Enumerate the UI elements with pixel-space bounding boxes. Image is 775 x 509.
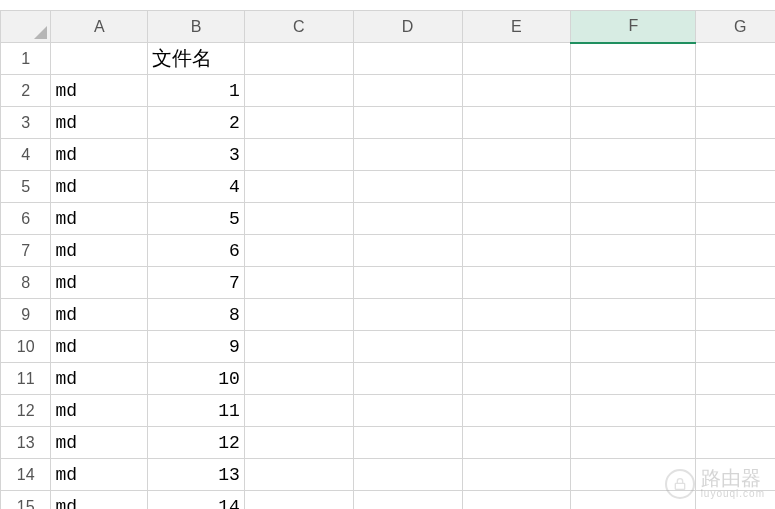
cell-B11[interactable]: 10 — [148, 363, 245, 395]
cell-empty[interactable] — [696, 363, 775, 395]
column-header-A[interactable]: A — [51, 11, 148, 43]
cell-empty[interactable] — [696, 395, 775, 427]
cell-empty[interactable] — [696, 235, 775, 267]
cell-empty[interactable] — [696, 299, 775, 331]
cell-empty[interactable] — [353, 75, 462, 107]
cell-empty[interactable] — [571, 267, 696, 299]
cell-empty[interactable] — [244, 171, 353, 203]
cell-empty[interactable] — [244, 299, 353, 331]
cell-empty[interactable] — [462, 459, 571, 491]
cell-empty[interactable] — [571, 395, 696, 427]
cell-empty[interactable] — [244, 331, 353, 363]
cell-empty[interactable] — [462, 267, 571, 299]
cell-empty[interactable] — [462, 75, 571, 107]
cell-empty[interactable] — [353, 139, 462, 171]
cell-empty[interactable] — [696, 139, 775, 171]
cell-empty[interactable] — [353, 235, 462, 267]
cell-empty[interactable] — [353, 427, 462, 459]
row-header[interactable]: 14 — [1, 459, 51, 491]
cell-A12[interactable]: md — [51, 395, 148, 427]
cell-empty[interactable] — [696, 75, 775, 107]
cell-empty[interactable] — [696, 267, 775, 299]
column-header-G[interactable]: G — [696, 11, 775, 43]
cell-empty[interactable] — [353, 459, 462, 491]
select-all-corner[interactable] — [1, 11, 51, 43]
row-header[interactable]: 11 — [1, 363, 51, 395]
cell-empty[interactable] — [696, 107, 775, 139]
cell-empty[interactable] — [244, 395, 353, 427]
cell-empty[interactable] — [353, 171, 462, 203]
cell-empty[interactable] — [244, 235, 353, 267]
cell-empty[interactable] — [244, 43, 353, 75]
cell-empty[interactable] — [696, 43, 775, 75]
cell-empty[interactable] — [571, 171, 696, 203]
cell-B5[interactable]: 4 — [148, 171, 245, 203]
cell-empty[interactable] — [353, 107, 462, 139]
column-header-D[interactable]: D — [353, 11, 462, 43]
cell-A13[interactable]: md — [51, 427, 148, 459]
row-header[interactable]: 3 — [1, 107, 51, 139]
cell-empty[interactable] — [244, 203, 353, 235]
cell-empty[interactable] — [571, 43, 696, 75]
cell-empty[interactable] — [571, 299, 696, 331]
cell-B4[interactable]: 3 — [148, 139, 245, 171]
cell-empty[interactable] — [244, 363, 353, 395]
cell-A14[interactable]: md — [51, 459, 148, 491]
cell-empty[interactable] — [462, 395, 571, 427]
column-header-B[interactable]: B — [148, 11, 245, 43]
cell-B6[interactable]: 5 — [148, 203, 245, 235]
column-header-F[interactable]: F — [571, 11, 696, 43]
cell-empty[interactable] — [462, 363, 571, 395]
row-header[interactable]: 6 — [1, 203, 51, 235]
cell-A6[interactable]: md — [51, 203, 148, 235]
row-header[interactable]: 1 — [1, 43, 51, 75]
cell-empty[interactable] — [571, 363, 696, 395]
spreadsheet-grid[interactable]: A B C D E F G 1文件名2md13md24md35md46md57m… — [0, 10, 775, 509]
cell-empty[interactable] — [571, 203, 696, 235]
cell-empty[interactable] — [462, 331, 571, 363]
row-header[interactable]: 7 — [1, 235, 51, 267]
cell-empty[interactable] — [244, 459, 353, 491]
cell-B13[interactable]: 12 — [148, 427, 245, 459]
cell-empty[interactable] — [571, 75, 696, 107]
cell-empty[interactable] — [462, 43, 571, 75]
cell-B2[interactable]: 1 — [148, 75, 245, 107]
row-header[interactable]: 4 — [1, 139, 51, 171]
cell-empty[interactable] — [462, 203, 571, 235]
cell-empty[interactable] — [353, 203, 462, 235]
cell-empty[interactable] — [353, 267, 462, 299]
cell-empty[interactable] — [462, 299, 571, 331]
row-header[interactable]: 13 — [1, 427, 51, 459]
cell-B1[interactable]: 文件名 — [148, 43, 245, 75]
cell-empty[interactable] — [462, 107, 571, 139]
column-header-E[interactable]: E — [462, 11, 571, 43]
row-header[interactable]: 2 — [1, 75, 51, 107]
cell-empty[interactable] — [571, 139, 696, 171]
cell-A5[interactable]: md — [51, 171, 148, 203]
cell-empty[interactable] — [571, 331, 696, 363]
cell-empty[interactable] — [696, 171, 775, 203]
cell-A8[interactable]: md — [51, 267, 148, 299]
cell-B10[interactable]: 9 — [148, 331, 245, 363]
cell-A9[interactable]: md — [51, 299, 148, 331]
cell-B9[interactable]: 8 — [148, 299, 245, 331]
cell-B7[interactable]: 6 — [148, 235, 245, 267]
cell-empty[interactable] — [353, 331, 462, 363]
cell-empty[interactable] — [462, 491, 571, 510]
cell-A10[interactable]: md — [51, 331, 148, 363]
cell-A7[interactable]: md — [51, 235, 148, 267]
column-header-C[interactable]: C — [244, 11, 353, 43]
row-header[interactable]: 8 — [1, 267, 51, 299]
cell-empty[interactable] — [353, 363, 462, 395]
cell-empty[interactable] — [696, 203, 775, 235]
cell-empty[interactable] — [353, 395, 462, 427]
cell-empty[interactable] — [696, 331, 775, 363]
cell-empty[interactable] — [244, 267, 353, 299]
cell-empty[interactable] — [353, 299, 462, 331]
cell-empty[interactable] — [571, 107, 696, 139]
cell-B12[interactable]: 11 — [148, 395, 245, 427]
row-header[interactable]: 10 — [1, 331, 51, 363]
cell-empty[interactable] — [696, 427, 775, 459]
cell-A4[interactable]: md — [51, 139, 148, 171]
row-header[interactable]: 9 — [1, 299, 51, 331]
